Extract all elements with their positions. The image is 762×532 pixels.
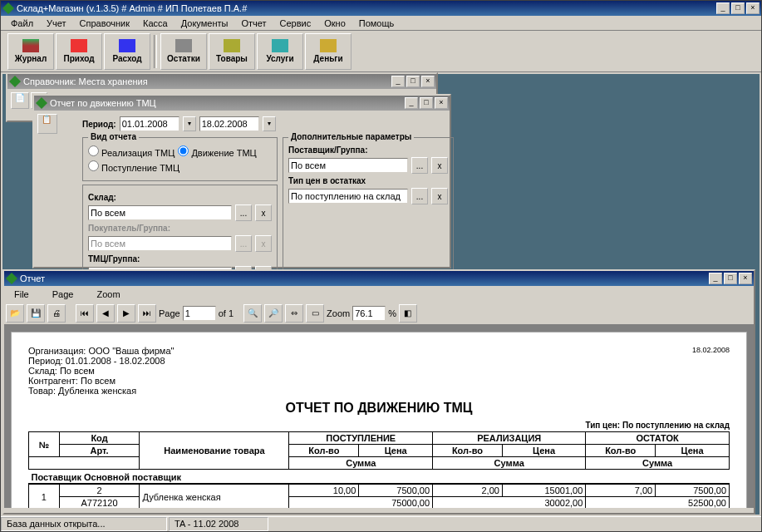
statusbar: База данных открыта... TA - 11.02 2008 bbox=[1, 516, 761, 531]
status-db: База данных открыта... bbox=[1, 517, 167, 531]
supplier-label: Поставщик/Группа: bbox=[288, 145, 368, 155]
close-button[interactable]: × bbox=[435, 97, 448, 109]
window-icon bbox=[6, 273, 17, 284]
date-to-input[interactable] bbox=[199, 116, 259, 131]
radio-income[interactable]: Поступление ТМЦ bbox=[88, 160, 179, 173]
out-icon bbox=[119, 39, 135, 52]
save-icon[interactable]: 💾 bbox=[27, 304, 45, 323]
viewer-toolbar: 📂 💾 🖨 ⏮ ◀ ▶ ⏭ Page of 1 🔍 🔎 ⇔ ▭ Zoom % bbox=[4, 303, 754, 325]
close-button[interactable]: × bbox=[746, 2, 760, 14]
minimize-button[interactable]: _ bbox=[709, 273, 722, 284]
pricetype-input[interactable] bbox=[288, 189, 408, 204]
stock-icon bbox=[175, 39, 192, 52]
menu-справочник[interactable]: Справочник bbox=[73, 17, 137, 30]
fit-width-icon[interactable]: ⇔ bbox=[285, 304, 303, 323]
page-total: of 1 bbox=[219, 308, 234, 318]
goods-icon bbox=[224, 39, 240, 52]
toolbar-button[interactable]: 📄 bbox=[11, 92, 29, 109]
toolbar-money[interactable]: Деньги bbox=[305, 33, 352, 70]
spravochnik-titlebar[interactable]: Справочник: Места хранения _ □ × bbox=[7, 74, 436, 89]
report-tovar: Товар: Дубленка женская bbox=[28, 386, 730, 396]
supplier-input[interactable] bbox=[288, 158, 408, 173]
status-date: TA - 11.02 2008 bbox=[169, 517, 268, 531]
report-scroll-area[interactable]: 18.02.2008 Организация: ООО "Ваша фирма"… bbox=[4, 325, 754, 508]
zoom-input[interactable] bbox=[352, 306, 386, 321]
toolbar-stock[interactable]: Остатки bbox=[160, 33, 207, 70]
open-icon[interactable]: 📂 bbox=[6, 304, 24, 323]
report-kontr: Контрагент: По всем bbox=[28, 376, 730, 386]
page-input[interactable] bbox=[183, 306, 216, 321]
main-titlebar: Склад+Магазин (v.1.3.5) # Admin # ИП Пол… bbox=[1, 1, 761, 16]
main-title: Склад+Магазин (v.1.3.5) # Admin # ИП Пол… bbox=[17, 3, 716, 13]
export-icon[interactable]: ◧ bbox=[399, 304, 417, 323]
mdi-area: Справочник: Места хранения _ □ × 📄 ✎ Отч… bbox=[2, 74, 760, 515]
date-to-dropdown[interactable]: ▾ bbox=[263, 116, 276, 131]
sklad-browse-button[interactable]: ... bbox=[235, 204, 252, 221]
menu-сервис[interactable]: Сервис bbox=[273, 17, 318, 30]
close-button[interactable]: × bbox=[421, 76, 435, 87]
sklad-label: Склад: bbox=[88, 193, 116, 202]
menu-файл[interactable]: Файл bbox=[4, 17, 40, 30]
report-subtitle: Тип цен: По поступлению на склад bbox=[28, 421, 730, 430]
supplier-clear-button[interactable]: x bbox=[431, 157, 448, 174]
menu-помощь[interactable]: Помощь bbox=[352, 17, 401, 30]
tmc-label: ТМЦ/Группа: bbox=[88, 254, 140, 264]
buyer-clear-button: x bbox=[255, 235, 272, 252]
page-label: Page bbox=[159, 308, 180, 318]
minimize-button[interactable]: _ bbox=[716, 2, 730, 14]
report-form-titlebar[interactable]: Отчет по движению ТМЦ _ □ × bbox=[34, 96, 450, 111]
sklad-clear-button[interactable]: x bbox=[255, 204, 272, 221]
col-art: Арт. bbox=[59, 445, 140, 457]
in-icon bbox=[71, 39, 87, 52]
maximize-button[interactable]: □ bbox=[731, 2, 745, 14]
toolbar-goods[interactable]: Товары bbox=[209, 33, 255, 70]
toolbar-out[interactable]: Расход bbox=[104, 33, 150, 70]
col-name: Наименование товара bbox=[140, 432, 289, 470]
toolbar-journal[interactable]: Журнал bbox=[7, 33, 54, 70]
maximize-button[interactable]: □ bbox=[420, 97, 433, 109]
buyer-input bbox=[88, 236, 232, 251]
report-form-title: Отчет по движению ТМЦ bbox=[50, 98, 405, 108]
print-icon[interactable]: 🖨 bbox=[47, 304, 66, 323]
minimize-button[interactable]: _ bbox=[391, 76, 405, 87]
viewer-menu-page[interactable]: Page bbox=[46, 288, 81, 301]
menu-касса[interactable]: Касса bbox=[136, 17, 175, 30]
zoom-in-icon[interactable]: 🔍 bbox=[243, 304, 262, 323]
col-income: ПОСТУПЛЕНИЕ bbox=[289, 432, 433, 445]
zoom-pct: % bbox=[388, 308, 396, 318]
last-page-icon[interactable]: ⏭ bbox=[138, 304, 156, 323]
radio-realization[interactable]: Реализация ТМЦ bbox=[88, 145, 175, 158]
col-rest: ОСТАТОК bbox=[586, 432, 730, 445]
first-page-icon[interactable]: ⏮ bbox=[76, 304, 94, 323]
sklad-input[interactable] bbox=[88, 205, 232, 220]
maximize-button[interactable]: □ bbox=[406, 76, 420, 87]
minimize-button[interactable]: _ bbox=[405, 97, 418, 109]
menu-окно[interactable]: Окно bbox=[317, 17, 352, 30]
pricetype-clear-button[interactable]: x bbox=[431, 188, 448, 204]
toolbar-in[interactable]: Приход bbox=[56, 33, 102, 70]
maximize-button[interactable]: □ bbox=[724, 273, 737, 284]
viewer-menu-file[interactable]: File bbox=[7, 288, 36, 301]
menu-отчет[interactable]: Отчет bbox=[234, 17, 273, 30]
main-window: Склад+Магазин (v.1.3.5) # Admin # ИП Пол… bbox=[0, 0, 762, 532]
buyer-label: Покупатель/Группа: bbox=[88, 224, 170, 233]
app-icon bbox=[2, 2, 14, 14]
next-page-icon[interactable]: ▶ bbox=[117, 304, 135, 323]
main-menubar: ФайлУчетСправочникКассаДокументыОтчетСер… bbox=[1, 16, 761, 31]
zoom-label: Zoom bbox=[327, 308, 350, 318]
prev-page-icon[interactable]: ◀ bbox=[96, 304, 115, 323]
date-from-input[interactable] bbox=[120, 116, 179, 131]
radio-movement[interactable]: Движение ТМЦ bbox=[178, 145, 256, 158]
zoom-out-icon[interactable]: 🔎 bbox=[264, 304, 283, 323]
toolbar-services[interactable]: Услуги bbox=[257, 33, 303, 70]
fit-page-icon[interactable]: ▭ bbox=[306, 304, 324, 323]
pricetype-browse-button[interactable]: ... bbox=[411, 188, 428, 204]
supplier-browse-button[interactable]: ... bbox=[411, 157, 428, 174]
report-viewer-titlebar[interactable]: Отчет _ □ × bbox=[4, 271, 754, 286]
date-from-dropdown[interactable]: ▾ bbox=[183, 116, 196, 131]
menu-учет[interactable]: Учет bbox=[40, 17, 73, 30]
run-report-button[interactable]: 📋 bbox=[37, 114, 57, 134]
viewer-menu-zoom[interactable]: Zoom bbox=[90, 288, 126, 301]
close-button[interactable]: × bbox=[739, 273, 752, 284]
menu-документы[interactable]: Документы bbox=[175, 17, 235, 30]
